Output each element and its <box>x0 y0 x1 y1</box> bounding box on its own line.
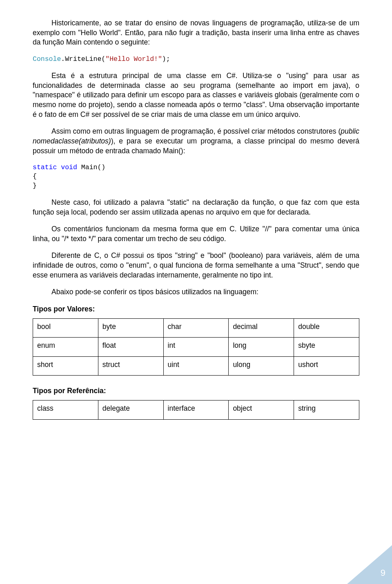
code-token: .WriteLine( <box>61 55 105 63</box>
text: Esta é a estrutura principal de uma clas… <box>33 72 359 119</box>
table-cell: double <box>294 318 359 338</box>
table-cell: struct <box>98 356 163 376</box>
table-cell: enum <box>33 338 98 357</box>
table-cell: float <box>98 338 163 357</box>
code-token: Console <box>33 55 61 63</box>
table-row: bool byte char decimal double <box>33 318 359 338</box>
text: Historicamente, ao se tratar do ensino d… <box>33 19 359 46</box>
table-cell: char <box>163 318 229 338</box>
code-keyword: static void <box>33 163 77 171</box>
label-value-types: Tipos por Valores: <box>33 304 359 314</box>
code-brace: } <box>33 182 37 190</box>
table-cell: string <box>294 401 359 420</box>
table-cell: uint <box>163 356 229 376</box>
table-reference-types: class delegate interface object string <box>33 400 359 420</box>
table-cell: object <box>229 401 294 420</box>
text: Assim como em outras linguagem de progra… <box>51 127 341 135</box>
paragraph-types: Diferente de C, o C# possui os tipos "st… <box>33 251 359 280</box>
table-cell: bool <box>33 318 98 338</box>
code-hello-world: Console.WriteLine("Hello World!"); <box>33 55 359 64</box>
table-cell: class <box>33 401 98 420</box>
code-brace: { <box>33 172 37 180</box>
paragraph-comments: Os comentários funcionam da mesma forma … <box>33 224 359 244</box>
table-cell: interface <box>163 401 229 420</box>
table-cell: sbyte <box>294 338 359 357</box>
paragraph-static: Neste caso, foi utilizado a palavra "sta… <box>33 198 359 217</box>
label-reference-types: Tipos por Referência: <box>33 386 359 396</box>
table-cell: ushort <box>294 356 359 376</box>
paragraph-table-intro: Abaixo pode-se conferir os tipos básicos… <box>33 287 359 297</box>
table-cell: decimal <box>229 318 294 338</box>
text: Diferente de C, o C# possui os tipos "st… <box>33 251 359 279</box>
code-token: ); <box>162 55 170 63</box>
text: Os comentários funcionam da mesma forma … <box>33 225 359 243</box>
table-cell: byte <box>98 318 163 338</box>
paragraph-structure: Esta é a estrutura principal de uma clas… <box>33 71 359 119</box>
table-cell: ulong <box>229 356 294 376</box>
table-value-types: bool byte char decimal double enum float… <box>33 318 359 376</box>
table-row: class delegate interface object string <box>33 401 359 420</box>
code-token: "Hello World!" <box>105 55 162 63</box>
paragraph-intro: Historicamente, ao se tratar do ensino d… <box>33 18 359 47</box>
table-cell: delegate <box>98 401 163 420</box>
table-cell: short <box>33 356 98 376</box>
text: Neste caso, foi utilizado a palavra "sta… <box>33 198 359 216</box>
table-cell: int <box>163 338 229 357</box>
page-number: 9 <box>381 567 385 579</box>
table-cell: long <box>229 338 294 357</box>
table-row: short struct uint ulong ushort <box>33 356 359 376</box>
code-token: Main() <box>77 163 105 171</box>
paragraph-constructors: Assim como em outras linguagem de progra… <box>33 127 359 156</box>
table-row: enum float int long sbyte <box>33 338 359 357</box>
code-main-method: static void Main() { } <box>33 163 359 190</box>
text: Abaixo pode-se conferir os tipos básicos… <box>51 288 258 296</box>
